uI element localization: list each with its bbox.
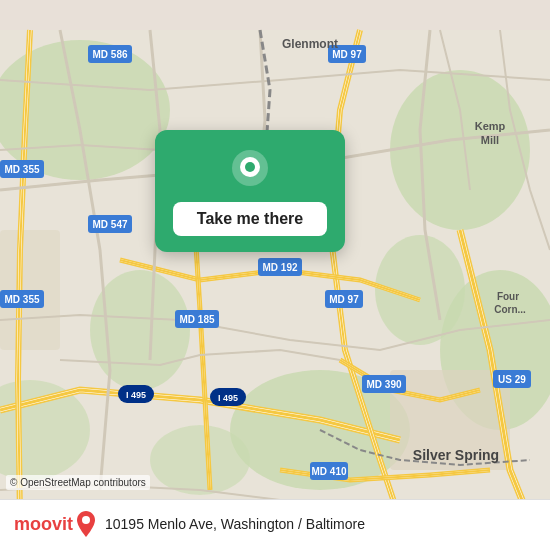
- svg-text:MD 390: MD 390: [366, 379, 401, 390]
- svg-text:Silver Spring: Silver Spring: [413, 447, 499, 463]
- svg-point-46: [245, 162, 255, 172]
- map-container: MD 586 MD 97 MD 547 MD 355 MD 355 MD 185…: [0, 0, 550, 550]
- svg-text:MD 410: MD 410: [311, 466, 346, 477]
- svg-text:Glenmont: Glenmont: [282, 37, 338, 51]
- svg-text:US 29: US 29: [498, 374, 526, 385]
- osm-attribution: © OpenStreetMap contributors: [6, 475, 150, 490]
- map-background: MD 586 MD 97 MD 547 MD 355 MD 355 MD 185…: [0, 0, 550, 550]
- svg-text:MD 355: MD 355: [4, 164, 39, 175]
- svg-text:MD 192: MD 192: [262, 262, 297, 273]
- popup-card: Take me there: [155, 130, 345, 252]
- svg-text:MD 97: MD 97: [329, 294, 359, 305]
- svg-point-47: [82, 516, 90, 524]
- svg-text:MD 185: MD 185: [179, 314, 214, 325]
- svg-text:Mill: Mill: [481, 134, 499, 146]
- take-me-there-button[interactable]: Take me there: [173, 202, 327, 236]
- svg-point-5: [90, 270, 190, 390]
- moovit-pin-icon: [75, 510, 97, 538]
- moovit-logo: moovit: [14, 510, 97, 538]
- svg-text:MD 586: MD 586: [92, 49, 127, 60]
- svg-text:MD 547: MD 547: [92, 219, 127, 230]
- svg-text:Corn...: Corn...: [494, 304, 526, 315]
- bottom-bar: moovit 10195 Menlo Ave, Washington / Bal…: [0, 499, 550, 550]
- svg-text:MD 355: MD 355: [4, 294, 39, 305]
- moovit-brand-text: moovit: [14, 514, 73, 535]
- svg-point-9: [150, 425, 250, 495]
- svg-text:I 495: I 495: [218, 393, 238, 403]
- location-pin-icon: [228, 148, 272, 192]
- address-text: 10195 Menlo Ave, Washington / Baltimore: [105, 516, 536, 532]
- svg-text:I 495: I 495: [126, 390, 146, 400]
- svg-text:Four: Four: [497, 291, 519, 302]
- svg-text:Kemp: Kemp: [475, 120, 506, 132]
